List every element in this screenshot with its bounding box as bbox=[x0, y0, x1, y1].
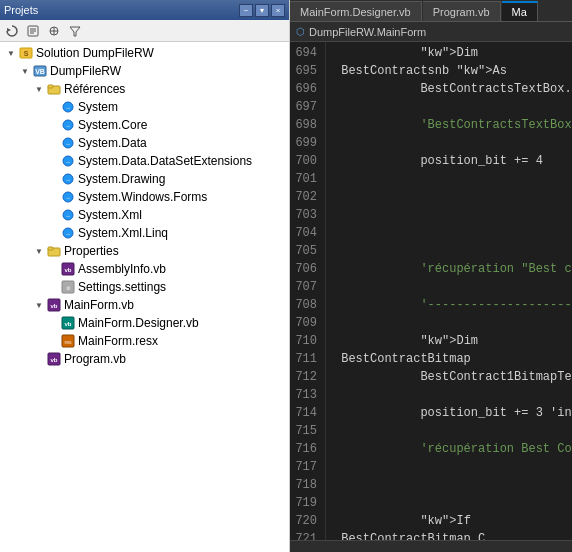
ref-xml-label: System.Xml bbox=[78, 208, 142, 222]
line-number: 720 bbox=[294, 512, 317, 530]
horizontal-scrollbar[interactable] bbox=[290, 540, 572, 552]
tree-item-ref-dataext[interactable]: → System.Data.DataSetExtensions bbox=[0, 152, 289, 170]
tree-item-settings[interactable]: ⚙ Settings.settings bbox=[0, 278, 289, 296]
ref-data-icon: → bbox=[60, 135, 76, 151]
line-number: 713 bbox=[294, 386, 317, 404]
ref-drawing-label: System.Drawing bbox=[78, 172, 165, 186]
svg-text:→: → bbox=[65, 123, 71, 129]
expander-settings bbox=[46, 280, 60, 294]
project-label: DumpFileRW bbox=[50, 64, 121, 78]
expander-solution[interactable]: ▼ bbox=[4, 46, 18, 60]
tree-item-ref-xmllinq[interactable]: → System.Xml.Linq bbox=[0, 224, 289, 242]
refresh-button[interactable] bbox=[2, 22, 22, 40]
expander-ref-wf bbox=[46, 190, 60, 204]
tree-item-mainform-resx[interactable]: res MainForm.resx bbox=[0, 332, 289, 350]
svg-rect-31 bbox=[48, 247, 53, 250]
solution-label: Solution DumpFileRW bbox=[36, 46, 154, 60]
ref-system-icon: → bbox=[60, 99, 76, 115]
ref-core-label: System.Core bbox=[78, 118, 147, 132]
tree-item-program[interactable]: vb Program.vb bbox=[0, 350, 289, 368]
line-number: 703 bbox=[294, 206, 317, 224]
tree-item-ref-xml[interactable]: → System.Xml bbox=[0, 206, 289, 224]
ref-wf-label: System.Windows.Forms bbox=[78, 190, 207, 204]
svg-text:→: → bbox=[65, 141, 71, 147]
settings-label: Settings.settings bbox=[78, 280, 166, 294]
svg-text:vb: vb bbox=[50, 357, 57, 363]
ref-xml-icon: → bbox=[60, 207, 76, 223]
ref-dataext-icon: → bbox=[60, 153, 76, 169]
tree-item-ref-wf[interactable]: → System.Windows.Forms bbox=[0, 188, 289, 206]
line-number: 700 bbox=[294, 152, 317, 170]
panel-close-button[interactable]: × bbox=[271, 4, 285, 17]
ref-xmllinq-label: System.Xml.Linq bbox=[78, 226, 168, 240]
tab-program[interactable]: Program.vb bbox=[423, 1, 501, 21]
svg-text:res: res bbox=[65, 339, 72, 345]
properties-folder-icon bbox=[46, 243, 62, 259]
tree-item-mainform[interactable]: ▼ vb MainForm.vb bbox=[0, 296, 289, 314]
svg-text:vb: vb bbox=[64, 321, 71, 327]
ref-data-label: System.Data bbox=[78, 136, 147, 150]
line-number: 698 bbox=[294, 116, 317, 134]
expander-project[interactable]: ▼ bbox=[18, 64, 32, 78]
panel-pin-button[interactable]: − bbox=[239, 4, 253, 17]
show-all-button[interactable] bbox=[44, 22, 64, 40]
line-number: 699 bbox=[294, 134, 317, 152]
tree-item-ref-drawing[interactable]: → System.Drawing bbox=[0, 170, 289, 188]
expander-mainform[interactable]: ▼ bbox=[32, 298, 46, 312]
code-line: position_bit += 3 'incr bbox=[334, 404, 572, 422]
properties-button[interactable] bbox=[23, 22, 43, 40]
svg-text:→: → bbox=[65, 177, 71, 183]
ref-wf-icon: → bbox=[60, 189, 76, 205]
line-number: 709 bbox=[294, 314, 317, 332]
panel-title-bar: Projets − ▾ × bbox=[0, 0, 289, 20]
line-number: 714 bbox=[294, 404, 317, 422]
mainform-designer-icon: vb bbox=[60, 315, 76, 331]
line-number: 717 bbox=[294, 458, 317, 476]
tab-mainform-designer[interactable]: MainForm.Designer.vb bbox=[290, 1, 422, 21]
code-content[interactable]: "kw">Dim BestContractsnb "kw">As BestCon… bbox=[326, 42, 572, 540]
solution-explorer-panel: Projets − ▾ × bbox=[0, 0, 290, 552]
line-number: 697 bbox=[294, 98, 317, 116]
ref-drawing-icon: → bbox=[60, 171, 76, 187]
line-number: 694 bbox=[294, 44, 317, 62]
tree-item-ref-core[interactable]: → System.Core bbox=[0, 116, 289, 134]
tree-item-properties[interactable]: ▼ Properties bbox=[0, 242, 289, 260]
filter-button[interactable] bbox=[65, 22, 85, 40]
svg-text:VB: VB bbox=[35, 68, 45, 75]
code-line: 'récupération "Best con bbox=[334, 260, 572, 278]
code-area[interactable]: 694 695 696 697 698 699 700 701 702 703 … bbox=[290, 42, 572, 540]
properties-label: Properties bbox=[64, 244, 119, 258]
line-number: 702 bbox=[294, 188, 317, 206]
solution-tree[interactable]: ▼ S Solution DumpFileRW ▼ VB DumpFileRW bbox=[0, 42, 289, 552]
line-number: 708 bbox=[294, 296, 317, 314]
project-icon: VB bbox=[32, 63, 48, 79]
breadcrumb-bar: ⬡ DumpFileRW.MainForm bbox=[290, 22, 572, 42]
panel-toolbar bbox=[0, 20, 289, 42]
tree-item-ref-data[interactable]: → System.Data bbox=[0, 134, 289, 152]
line-number: 716 bbox=[294, 440, 317, 458]
tab-mainform[interactable]: Ma bbox=[502, 1, 538, 21]
ref-dataext-label: System.Data.DataSetExtensions bbox=[78, 154, 252, 168]
expander-refs[interactable]: ▼ bbox=[32, 82, 46, 96]
expander-ref-xmllinq bbox=[46, 226, 60, 240]
tab-bar: MainForm.Designer.vb Program.vb Ma bbox=[290, 0, 572, 22]
svg-text:→: → bbox=[65, 105, 71, 111]
expander-ref-dataext bbox=[46, 154, 60, 168]
line-number: 704 bbox=[294, 224, 317, 242]
line-numbers: 694 695 696 697 698 699 700 701 702 703 … bbox=[290, 42, 326, 540]
tree-item-solution[interactable]: ▼ S Solution DumpFileRW bbox=[0, 44, 289, 62]
line-number: 712 bbox=[294, 368, 317, 386]
panel-dropdown-button[interactable]: ▾ bbox=[255, 4, 269, 17]
svg-text:S: S bbox=[24, 50, 29, 57]
code-line bbox=[334, 224, 572, 242]
tree-item-mainform-designer[interactable]: vb MainForm.Designer.vb bbox=[0, 314, 289, 332]
svg-text:→: → bbox=[65, 213, 71, 219]
mainform-resx-label: MainForm.resx bbox=[78, 334, 158, 348]
tree-item-project[interactable]: ▼ VB DumpFileRW bbox=[0, 62, 289, 80]
line-number: 706 bbox=[294, 260, 317, 278]
tree-item-assemblyinfo[interactable]: vb AssemblyInfo.vb bbox=[0, 260, 289, 278]
tab-mainform-label: Ma bbox=[512, 6, 527, 18]
expander-properties[interactable]: ▼ bbox=[32, 244, 46, 258]
tree-item-refs[interactable]: ▼ Références bbox=[0, 80, 289, 98]
tree-item-ref-system[interactable]: → System bbox=[0, 98, 289, 116]
